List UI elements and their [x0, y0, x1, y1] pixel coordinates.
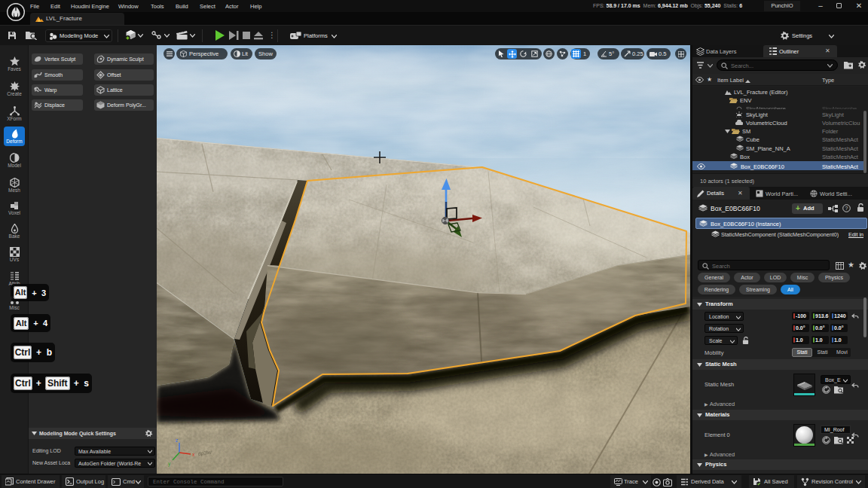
- svg-text:z: z: [176, 438, 178, 443]
- svg-text:?: ?: [845, 206, 848, 211]
